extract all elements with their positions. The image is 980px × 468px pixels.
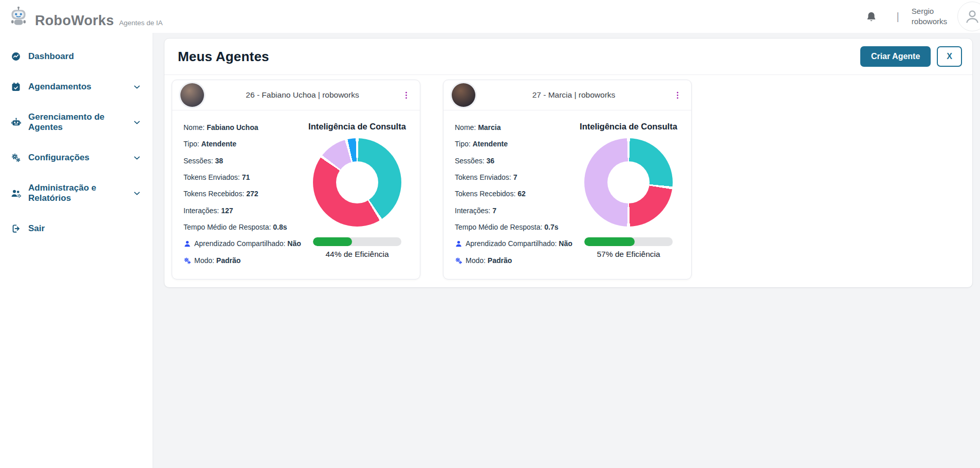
- sidebar-item-administracao-e-relatorios[interactable]: Administração e Relatórios: [8, 178, 146, 209]
- stat-label: Tokens Recebidos:: [183, 190, 244, 198]
- efficiency-progress-fill: [313, 237, 352, 246]
- close-button[interactable]: X: [937, 46, 962, 67]
- agent-avatar: [452, 83, 475, 107]
- agent-stat: Tokens Recebidos: 62: [455, 189, 574, 199]
- efficiency-label: 57% de Eficiência: [597, 250, 660, 259]
- user-name-line1: Sergio: [912, 6, 947, 16]
- stat-label: Tipo:: [455, 140, 471, 148]
- kebab-menu-icon[interactable]: [672, 90, 683, 101]
- agent-stat: Sessões: 36: [455, 156, 574, 166]
- sidebar-item-agendamentos[interactable]: Agendamentos: [8, 77, 146, 97]
- agent-stat: Nome: Fabiano Uchoa: [183, 123, 303, 133]
- stat-label: Nome:: [455, 123, 476, 132]
- stat-label: Sessões:: [183, 157, 213, 165]
- agent-stat: Tokens Enviados: 71: [183, 173, 303, 182]
- agent-stat: Tempo Médio de Resposta: 0.7s: [455, 222, 574, 232]
- agent-card-header: 26 - Fabiano Uchoa | roboworks: [172, 80, 420, 110]
- sign-out-icon: [10, 223, 22, 234]
- stat-value: Não: [287, 239, 301, 248]
- stat-label: Tokens Recebidos:: [455, 190, 515, 198]
- criar-agente-button[interactable]: Criar Agente: [860, 46, 931, 67]
- agent-stat: Tempo Médio de Resposta: 0.8s: [183, 222, 303, 232]
- stat-value: Padrão: [488, 256, 512, 265]
- user-avatar[interactable]: [957, 2, 980, 31]
- agent-card-title: 27 - Marcia | roboworks: [475, 90, 672, 100]
- agent-card-title: 26 - Fabiano Uchoa | roboworks: [204, 90, 401, 100]
- agent-cards: 26 - Fabiano Uchoa | roboworks Nome: Fab…: [164, 75, 972, 284]
- brand-tagline: Agentes de IA: [119, 19, 163, 27]
- users-gear-icon: [10, 188, 22, 199]
- donut-chart: [313, 138, 401, 227]
- stat-value: Padrão: [216, 256, 241, 265]
- stat-label: Tipo:: [183, 140, 199, 148]
- stat-label: Modo:: [466, 256, 486, 265]
- stat-label: Modo:: [194, 256, 214, 265]
- agent-stats: Nome: MarciaTipo: AtendenteSessões: 36To…: [455, 121, 574, 266]
- gears-icon: [10, 153, 22, 163]
- calendar-check-icon: [10, 82, 22, 92]
- stat-value: 127: [221, 207, 233, 215]
- sidebar-item-label: Configurações: [28, 153, 126, 163]
- agent-stat: Interações: 127: [183, 206, 303, 216]
- agent-stat: Sessões: 38: [183, 156, 303, 166]
- user-name: Sergio roboworks: [912, 6, 947, 27]
- person-icon: [183, 240, 191, 248]
- panel-header: Meus Agentes Criar Agente X: [164, 39, 972, 75]
- agent-chart-column: Inteligência de Consulta 44% de Eficiênc…: [303, 121, 415, 266]
- agent-stat: Tokens Recebidos: 272: [183, 189, 303, 199]
- agent-stat: Interações: 7: [455, 206, 574, 216]
- agent-card: 27 - Marcia | roboworks Nome: MarciaTipo…: [443, 80, 692, 279]
- agent-card: 26 - Fabiano Uchoa | roboworks Nome: Fab…: [172, 80, 420, 279]
- stat-value: 62: [517, 190, 526, 198]
- brand: RoboWorks Agentes de IA: [7, 5, 163, 28]
- agent-stat: Aprendizado Compartilhado: Não: [455, 239, 574, 249]
- sidebar-item-gerenciamento-de-agentes[interactable]: Gerenciamento de Agentes: [8, 107, 146, 138]
- page-title: Meus Agentes: [178, 49, 269, 65]
- agent-stat: Nome: Marcia: [455, 123, 574, 133]
- agent-stat: Modo: Padrão: [455, 256, 574, 266]
- agent-stat: Tokens Enviados: 7: [455, 173, 574, 182]
- kebab-menu-icon[interactable]: [401, 90, 412, 101]
- agent-stat: Aprendizado Compartilhado: Não: [183, 239, 303, 249]
- agent-chart-column: Inteligência de Consulta 57% de Eficiênc…: [574, 121, 686, 266]
- header-right: | Sergio roboworks: [863, 2, 980, 31]
- agent-stat: Modo: Padrão: [183, 256, 303, 266]
- bell-icon[interactable]: [863, 9, 879, 25]
- sidebar-item-sair[interactable]: Sair: [8, 218, 146, 239]
- sidebar-item-label: Sair: [28, 223, 144, 234]
- stat-value: Fabiano Uchoa: [207, 123, 258, 132]
- efficiency-progress-fill: [584, 237, 635, 246]
- efficiency-progress-track: [584, 237, 673, 246]
- main-content: Meus Agentes Criar Agente X 26 - Fabiano…: [153, 33, 980, 468]
- chevron-down-icon: [133, 83, 141, 91]
- stat-value: 7: [513, 173, 517, 181]
- sidebar-item-dashboard[interactable]: Dashboard: [8, 46, 146, 67]
- sidebar-item-configuracoes[interactable]: Configurações: [8, 147, 146, 168]
- brand-name: RoboWorks: [35, 14, 114, 28]
- sidebar: Dashboard Agendamentos Gerenciamento de …: [0, 33, 153, 468]
- stat-label: Interações:: [455, 207, 490, 215]
- gears-small-icon: [455, 257, 463, 265]
- roboworks-logo-robot-icon: [7, 5, 30, 28]
- stat-label: Sessões:: [455, 157, 485, 165]
- stat-value: Atendente: [473, 140, 508, 148]
- person-silhouette-icon: [963, 7, 980, 26]
- stat-label: Interações:: [183, 207, 219, 215]
- stat-value: 36: [486, 157, 494, 165]
- panel-actions: Criar Agente X: [860, 46, 962, 67]
- person-icon: [455, 240, 463, 248]
- chevron-down-icon: [133, 118, 141, 127]
- robot-icon: [10, 117, 22, 128]
- agent-avatar: [180, 83, 204, 107]
- stat-value: Não: [559, 239, 572, 248]
- stat-label: Tempo Médio de Resposta:: [455, 223, 542, 231]
- stat-label: Tokens Enviados:: [183, 173, 240, 181]
- app-header: RoboWorks Agentes de IA | Sergio robowor…: [0, 0, 980, 33]
- stat-label: Nome:: [183, 123, 205, 132]
- stat-value: 71: [242, 173, 250, 181]
- dashboard-icon: [10, 51, 22, 62]
- stat-value: Marcia: [478, 123, 501, 132]
- chevron-down-icon: [133, 189, 141, 198]
- stat-label: Tempo Médio de Resposta:: [183, 223, 271, 231]
- meus-agentes-panel: Meus Agentes Criar Agente X 26 - Fabiano…: [164, 38, 973, 288]
